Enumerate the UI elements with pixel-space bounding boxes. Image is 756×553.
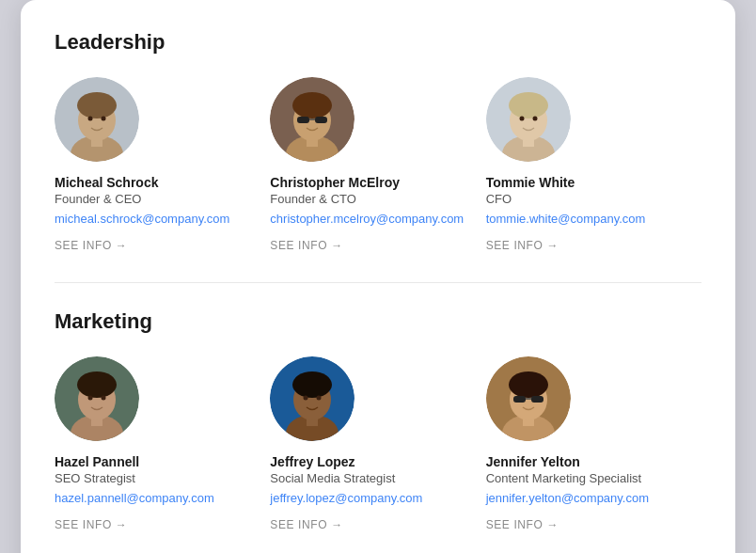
person-role-tommie-white: CFO [486, 192, 690, 206]
person-role-micheal-schrock: Founder & CEO [55, 192, 259, 206]
avatar-hazel-pannell [55, 356, 139, 441]
person-email-christopher-mcelroy[interactable]: christopher.mcelroy@company.com [270, 212, 474, 226]
see-info-label: SEE INFO [270, 518, 327, 531]
arrow-icon: → [116, 239, 128, 252]
section-title-leadership: Leadership [55, 30, 701, 55]
svg-point-39 [304, 396, 308, 401]
person-card-tommie-white: Tommie WhiteCFOtommie.white@company.comS… [486, 77, 701, 275]
svg-point-46 [509, 371, 548, 398]
person-name-micheal-schrock: Micheal Schrock [55, 175, 259, 190]
arrow-icon: → [331, 239, 343, 252]
see-info-label: SEE INFO [55, 239, 112, 252]
svg-point-7 [102, 117, 106, 121]
arrow-icon: → [116, 518, 128, 531]
person-email-micheal-schrock[interactable]: micheal.schrock@company.com [55, 212, 259, 226]
see-info-hazel-pannell[interactable]: SEE INFO→ [55, 518, 259, 531]
people-grid-marketing: Hazel PannellSEO Strategisthazel.pannell… [55, 356, 701, 553]
avatar-christopher-mcelroy [270, 77, 354, 162]
svg-point-40 [317, 396, 322, 401]
section-divider [55, 282, 701, 283]
avatar-jennifer-yelton [486, 356, 571, 441]
see-info-jennifer-yelton[interactable]: SEE INFO→ [486, 518, 690, 531]
person-name-jeffrey-lopez: Jeffrey Lopez [270, 454, 474, 469]
section-title-marketing: Marketing [55, 309, 701, 334]
avatar-micheal-schrock [55, 77, 139, 162]
see-info-label: SEE INFO [55, 518, 112, 531]
svg-point-22 [509, 92, 548, 118]
person-name-tommie-white: Tommie White [486, 175, 690, 190]
arrow-icon: → [546, 239, 559, 252]
svg-point-31 [88, 396, 93, 401]
people-grid-leadership: Micheal SchrockFounder & CEOmicheal.schr… [55, 77, 701, 275]
svg-point-23 [519, 117, 524, 121]
see-info-label: SEE INFO [270, 239, 327, 252]
see-info-label: SEE INFO [486, 518, 543, 531]
person-card-jeffrey-lopez: Jeffrey LopezSocial Media Strategistjeff… [270, 356, 485, 553]
person-name-jennifer-yelton: Jennifer Yelton [486, 454, 690, 469]
svg-rect-47 [513, 396, 526, 403]
svg-point-24 [532, 117, 537, 121]
see-info-label: SEE INFO [486, 239, 543, 252]
svg-rect-48 [531, 396, 543, 403]
svg-rect-15 [315, 117, 327, 123]
see-info-tommie-white[interactable]: SEE INFO→ [486, 239, 690, 252]
person-card-jennifer-yelton: Jennifer YeltonContent Marketing Special… [486, 356, 701, 553]
person-card-hazel-pannell: Hazel PannellSEO Strategisthazel.pannell… [55, 356, 270, 553]
see-info-christopher-mcelroy[interactable]: SEE INFO→ [270, 239, 474, 252]
person-email-tommie-white[interactable]: tommie.white@company.com [486, 212, 690, 226]
svg-point-13 [292, 92, 332, 118]
svg-point-6 [88, 117, 93, 121]
person-card-christopher-mcelroy: Christopher McElroyFounder & CTOchristop… [270, 77, 485, 275]
person-name-christopher-mcelroy: Christopher McElroy [270, 175, 474, 190]
person-role-hazel-pannell: SEO Strategist [55, 471, 259, 485]
svg-point-38 [292, 371, 332, 398]
see-info-micheal-schrock[interactable]: SEE INFO→ [55, 239, 259, 252]
see-info-jeffrey-lopez[interactable]: SEE INFO→ [270, 518, 474, 531]
svg-rect-14 [297, 117, 309, 123]
svg-point-5 [77, 92, 117, 118]
arrow-icon: → [546, 518, 559, 531]
avatar-jeffrey-lopez [270, 356, 354, 441]
person-email-jeffrey-lopez[interactable]: jeffrey.lopez@company.com [270, 491, 474, 505]
person-role-jeffrey-lopez: Social Media Strategist [270, 471, 474, 485]
person-role-jennifer-yelton: Content Marketing Specialist [486, 471, 690, 485]
svg-point-30 [77, 371, 117, 398]
person-card-micheal-schrock: Micheal SchrockFounder & CEOmicheal.schr… [55, 77, 270, 275]
person-role-christopher-mcelroy: Founder & CTO [270, 192, 474, 206]
avatar-tommie-white [486, 77, 571, 162]
person-email-jennifer-yelton[interactable]: jennifer.yelton@company.com [486, 491, 690, 505]
main-card: Leadership Micheal SchrockFounder & CEOm… [21, 0, 735, 553]
person-name-hazel-pannell: Hazel Pannell [55, 454, 259, 469]
svg-point-32 [102, 396, 106, 401]
person-email-hazel-pannell[interactable]: hazel.pannell@company.com [55, 491, 259, 505]
arrow-icon: → [331, 518, 343, 531]
